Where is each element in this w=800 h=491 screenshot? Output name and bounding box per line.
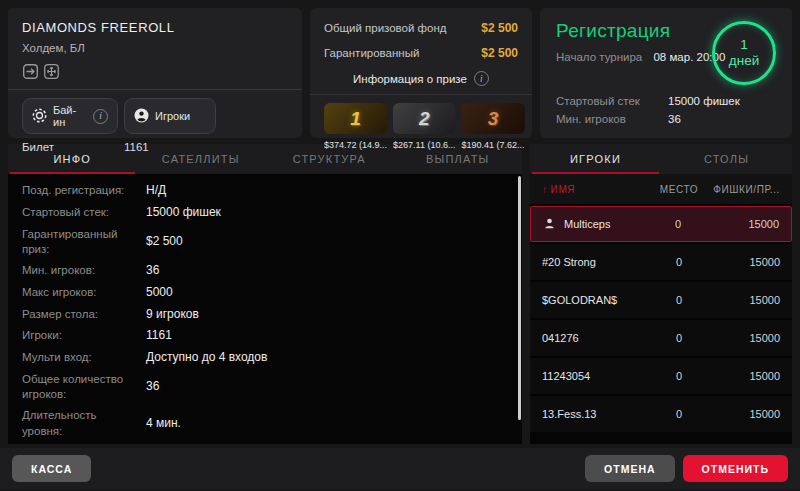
prize-place-3: 3 $190.41 (7.62...: [461, 103, 524, 150]
buyin-label: Бай-ин: [53, 104, 87, 128]
info-row: Макс игроков:5000: [22, 285, 508, 301]
info-row: Общее количество игроков:36: [22, 372, 508, 402]
tab-structure[interactable]: СТРУКТУРА: [265, 144, 394, 174]
total-prize-label: Общий призовой фонд: [324, 22, 447, 34]
info-row: Стартовый стек:15000 фишек: [22, 205, 508, 221]
bronze-trophy-icon: 3: [461, 103, 524, 134]
card-divider: [8, 89, 302, 90]
tournament-title: DIAMONDS FREEROLL: [22, 20, 288, 35]
top-summary-row: DIAMONDS FREEROLL Холдем, БЛ Бай-ин: [0, 0, 800, 142]
players-tab-bar: ИГРОКИ СТОЛЫ: [530, 144, 792, 174]
info-row: Гарантированный приз:$2 500: [22, 227, 508, 257]
players-table-body: Multiceps 0 15000 #20 Strong 0 15000 $GO…: [530, 204, 792, 444]
tournament-quick-actions: [22, 63, 288, 80]
buyin-info-icon[interactable]: i: [93, 109, 108, 124]
tournament-game-type: Холдем, БЛ: [22, 42, 288, 54]
prize-place-2: 2 $267.11 (10.6...: [393, 103, 455, 150]
info-row: Игроки:1161: [22, 328, 508, 344]
player-row-selected[interactable]: Multiceps 0 15000: [530, 206, 792, 242]
sort-ascending-icon: ↑: [542, 184, 548, 195]
main-content-row: ИНФО САТЕЛЛИТЫ СТРУКТУРА ВЫПЛАТЫ Позд. р…: [0, 142, 800, 444]
info-tab-bar: ИНФО САТЕЛЛИТЫ СТРУКТУРА ВЫПЛАТЫ: [8, 144, 522, 174]
players-table-header: ↑ ИМЯ МЕСТО ФИШКИ/ПР...: [530, 174, 792, 204]
person-circle-icon: [134, 108, 149, 125]
info-row: Позд. регистрация:Н/Д: [22, 183, 508, 199]
countdown-ring: 1 дней: [712, 21, 776, 85]
person-icon: [543, 217, 556, 232]
tab-players[interactable]: ИГРОКИ: [530, 144, 661, 174]
cancel-button[interactable]: ОТМЕНА: [585, 455, 675, 482]
tab-info[interactable]: ИНФО: [8, 144, 137, 174]
guaranteed-prize-row: Гарантированный $2 500: [324, 46, 518, 60]
scrollbar[interactable]: [518, 176, 521, 420]
prize-card: Общий призовой фонд $2 500 Гарантированн…: [310, 8, 532, 138]
footer-action-bar: КАССА ОТМЕНА ОТМЕНИТЬ: [0, 448, 800, 489]
info-row: Мин. игроков:36: [22, 263, 508, 279]
move-window-icon[interactable]: [43, 63, 60, 80]
tournament-lobby-window: DIAMONDS FREEROLL Холдем, БЛ Бай-ин: [0, 0, 800, 491]
prize-info-icon[interactable]: i: [474, 71, 489, 86]
info-row: Размер стола:9 игроков: [22, 307, 508, 323]
player-row[interactable]: 13.Fess.13 0 15000: [530, 396, 792, 432]
player-row[interactable]: #20 Strong 0 15000: [530, 244, 792, 280]
guaranteed-value: $2 500: [481, 46, 518, 60]
column-place[interactable]: МЕСТО: [650, 184, 708, 195]
buyin-players-row: Бай-ин i Игроки: [22, 98, 288, 134]
start-label: Начало турнира: [556, 51, 642, 63]
column-chips[interactable]: ФИШКИ/ПР...: [708, 184, 780, 195]
info-row: Длительность уровня:4 мин.: [22, 408, 508, 438]
tournament-card: DIAMONDS FREEROLL Холдем, БЛ Бай-ин: [8, 8, 302, 138]
tab-payouts[interactable]: ВЫПЛАТЫ: [394, 144, 523, 174]
card-divider: [310, 94, 532, 95]
info-tab-content: Позд. регистрация:Н/Д Стартовый стек:150…: [8, 174, 522, 444]
guaranteed-label: Гарантированный: [324, 47, 419, 59]
countdown-unit: дней: [729, 53, 759, 69]
min-players-row: Мин. игроков 36: [556, 113, 776, 125]
open-table-icon[interactable]: [22, 63, 39, 80]
player-row[interactable]: 11243054 0 15000: [530, 358, 792, 394]
player-row[interactable]: $GOLODRAN$ 0 15000: [530, 282, 792, 318]
total-prize-row: Общий призовой фонд $2 500: [324, 21, 518, 35]
countdown-value: 1: [740, 37, 748, 53]
total-prize-value: $2 500: [481, 21, 518, 35]
info-row: Мульти вход:Доступно до 4 входов: [22, 350, 508, 366]
unregister-button[interactable]: ОТМЕНИТЬ: [683, 455, 788, 482]
player-row[interactable]: 041276 0 15000: [530, 320, 792, 356]
silver-trophy-icon: 2: [393, 103, 455, 134]
starting-stack-row: Стартовый стек 15000 фишек: [556, 95, 776, 107]
cashier-button[interactable]: КАССА: [12, 455, 91, 482]
players-panel: ИГРОКИ СТОЛЫ ↑ ИМЯ МЕСТО ФИШКИ/ПР...: [530, 144, 792, 444]
buyin-pill[interactable]: Бай-ин i: [22, 98, 118, 134]
chip-icon: [32, 108, 47, 125]
gold-trophy-icon: 1: [324, 103, 387, 134]
registration-status-card: Регистрация Начало турнира 08 мар. 20:00…: [540, 8, 792, 138]
prize-info-label: Информация о призе: [353, 73, 467, 85]
players-pill[interactable]: Игроки: [124, 98, 216, 134]
column-name-sort[interactable]: ↑ ИМЯ: [542, 184, 650, 195]
players-label: Игроки: [155, 110, 190, 122]
prize-place-1: 1 $374.72 (14.9...: [324, 103, 387, 150]
prize-places: 1 $374.72 (14.9... 2 $267.11 (10.6... 3 …: [324, 103, 518, 150]
info-panel: ИНФО САТЕЛЛИТЫ СТРУКТУРА ВЫПЛАТЫ Позд. р…: [8, 144, 522, 444]
tab-satellites[interactable]: САТЕЛЛИТЫ: [137, 144, 266, 174]
prize-info-row: Информация о призе i: [324, 71, 518, 86]
tab-tables[interactable]: СТОЛЫ: [661, 144, 792, 174]
status-details: Стартовый стек 15000 фишек Мин. игроков …: [556, 89, 776, 125]
